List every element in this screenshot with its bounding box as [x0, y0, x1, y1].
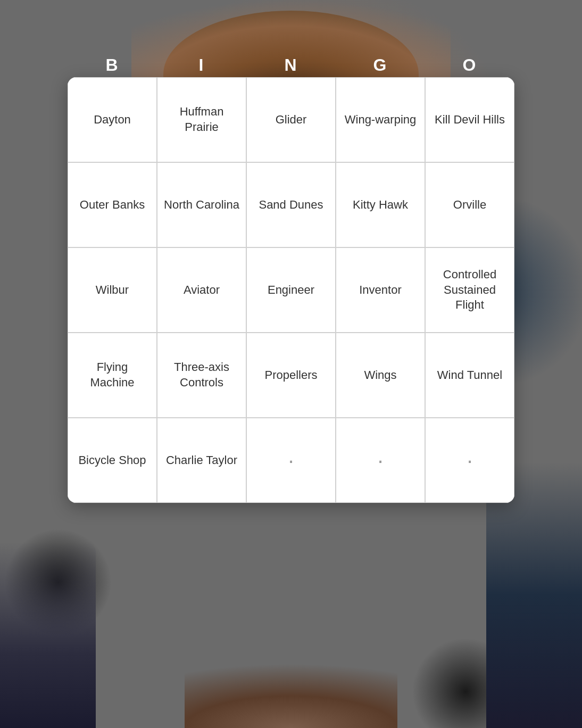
- bingo-cell-r3-c4[interactable]: Wind Tunnel: [425, 333, 514, 418]
- bingo-card: DaytonHuffman PrairieGliderWing-warpingK…: [68, 77, 514, 503]
- bingo-cell-r3-c0[interactable]: Flying Machine: [68, 333, 157, 418]
- hands-bottom: [185, 664, 397, 728]
- bingo-cell-r0-c3[interactable]: Wing-warping: [336, 77, 425, 162]
- bingo-letter-n: N: [246, 55, 336, 75]
- bingo-cell-r4-c0[interactable]: Bicycle Shop: [68, 418, 157, 503]
- bingo-letter-b: B: [68, 55, 157, 75]
- bingo-cell-r1-c3[interactable]: Kitty Hawk: [336, 162, 425, 247]
- bingo-cell-r4-c3[interactable]: ·: [336, 418, 425, 503]
- bingo-cell-r3-c3[interactable]: Wings: [336, 333, 425, 418]
- bingo-cell-r2-c4[interactable]: Controlled Sustained Flight: [425, 247, 514, 333]
- bingo-cell-r0-c4[interactable]: Kill Devil Hills: [425, 77, 514, 162]
- bingo-cell-r4-c2[interactable]: ·: [246, 418, 336, 503]
- bingo-cell-r3-c2[interactable]: Propellers: [246, 333, 336, 418]
- bingo-cell-r2-c1[interactable]: Aviator: [157, 247, 246, 333]
- bingo-cell-r2-c3[interactable]: Inventor: [336, 247, 425, 333]
- person-left: [0, 542, 96, 728]
- bingo-cell-r1-c4[interactable]: Orville: [425, 162, 514, 247]
- bingo-cell-r3-c1[interactable]: Three-axis Controls: [157, 333, 246, 418]
- bingo-letter-i: I: [157, 55, 246, 75]
- bingo-cell-r2-c0[interactable]: Wilbur: [68, 247, 157, 333]
- bingo-grid: DaytonHuffman PrairieGliderWing-warpingK…: [68, 77, 514, 503]
- bingo-cell-r4-c4[interactable]: ·: [425, 418, 514, 503]
- bingo-cell-r0-c1[interactable]: Huffman Prairie: [157, 77, 246, 162]
- bingo-cell-r1-c1[interactable]: North Carolina: [157, 162, 246, 247]
- bingo-header: BINGO: [68, 55, 514, 75]
- bingo-cell-r1-c2[interactable]: Sand Dunes: [246, 162, 336, 247]
- bingo-cell-r2-c2[interactable]: Engineer: [246, 247, 336, 333]
- bingo-cell-r0-c2[interactable]: Glider: [246, 77, 336, 162]
- bingo-cell-r4-c1[interactable]: Charlie Taylor: [157, 418, 246, 503]
- bingo-letter-g: G: [336, 55, 425, 75]
- bingo-letter-o: O: [425, 55, 514, 75]
- bingo-cell-r0-c0[interactable]: Dayton: [68, 77, 157, 162]
- bingo-cell-r1-c0[interactable]: Outer Banks: [68, 162, 157, 247]
